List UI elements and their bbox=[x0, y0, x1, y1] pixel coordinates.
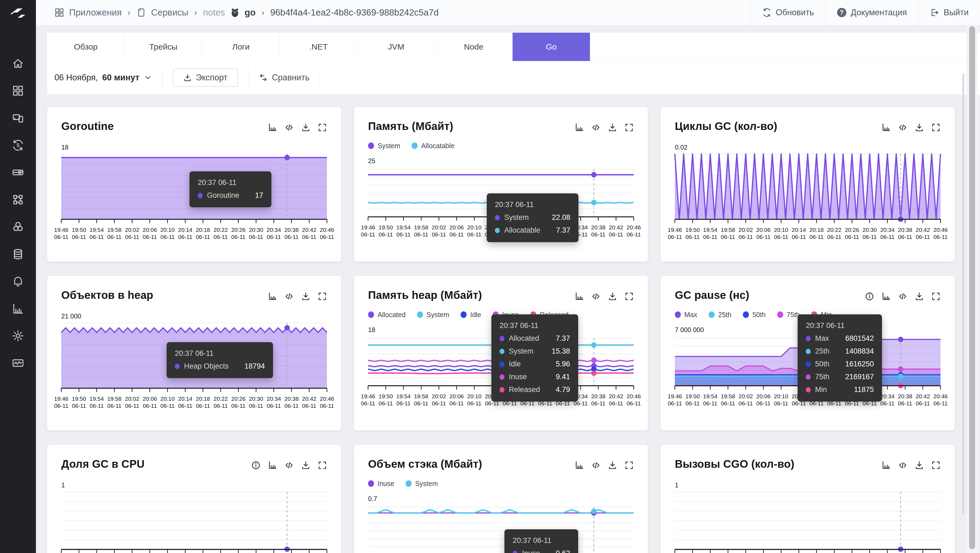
notifications-bell-icon[interactable] bbox=[12, 275, 24, 288]
breadcrumb-service-name[interactable]: notes bbox=[203, 7, 225, 18]
legend-dot-icon bbox=[675, 311, 681, 318]
tab-node[interactable]: Node bbox=[435, 33, 512, 61]
download-icon[interactable] bbox=[301, 123, 310, 132]
download-icon[interactable] bbox=[608, 292, 617, 301]
cluster-hexagons-icon[interactable] bbox=[12, 221, 24, 233]
chart-type-icon[interactable] bbox=[881, 461, 891, 470]
code-icon[interactable] bbox=[285, 292, 294, 301]
legend-item[interactable]: 25th bbox=[709, 311, 732, 319]
chart-type-icon[interactable] bbox=[575, 123, 584, 132]
home-icon[interactable] bbox=[12, 57, 24, 70]
download-icon[interactable] bbox=[608, 123, 617, 132]
svg-text:19:58: 19:58 bbox=[107, 227, 122, 233]
tab-dotnet[interactable]: .NET bbox=[280, 33, 358, 61]
legend-item[interactable]: Max bbox=[675, 311, 697, 319]
refresh-button[interactable]: Обновить bbox=[751, 0, 826, 25]
database-icon[interactable] bbox=[12, 248, 24, 260]
chart-plot[interactable]: 19:4606-1119:5006-1119:5406-1119:5806-11… bbox=[675, 492, 940, 550]
code-icon[interactable] bbox=[591, 461, 601, 470]
legend-item[interactable]: Inuse bbox=[368, 480, 394, 488]
legend-item[interactable]: Allocated bbox=[368, 311, 406, 319]
chart-type-icon[interactable] bbox=[268, 123, 277, 132]
chart-plot[interactable]: 19:4606-1119:5006-1119:5406-1119:5806-11… bbox=[675, 154, 940, 219]
code-icon[interactable] bbox=[285, 123, 294, 132]
settings-gear-icon[interactable] bbox=[12, 330, 24, 342]
legend-item[interactable]: Idle bbox=[461, 311, 481, 319]
scrollbar-thumb[interactable] bbox=[969, 26, 975, 549]
legend-item[interactable]: 75th bbox=[777, 311, 800, 319]
y-axis-label: 25 bbox=[368, 157, 634, 165]
code-icon[interactable] bbox=[591, 123, 601, 132]
download-icon[interactable] bbox=[301, 461, 310, 470]
tab-go[interactable]: Go bbox=[512, 33, 590, 61]
fullscreen-icon[interactable] bbox=[624, 292, 634, 301]
svg-text:06-11: 06-11 bbox=[668, 400, 682, 406]
services-grid-icon[interactable] bbox=[12, 193, 24, 206]
breadcrumb-services[interactable]: Сервисы bbox=[151, 7, 188, 18]
tab-logs[interactable]: Логи bbox=[202, 33, 280, 61]
chart-type-icon[interactable] bbox=[881, 123, 891, 132]
code-icon[interactable] bbox=[898, 123, 907, 132]
code-icon[interactable] bbox=[898, 292, 907, 301]
inner-scrollbar-thumb[interactable] bbox=[962, 73, 964, 515]
breadcrumb-runtime[interactable]: go bbox=[245, 7, 256, 18]
svg-text:06-11: 06-11 bbox=[774, 400, 788, 406]
tab-traces[interactable]: Трейсы bbox=[125, 33, 202, 61]
time-range-selector[interactable]: 06 Ноября, 60 минут bbox=[54, 73, 152, 83]
chart-type-icon[interactable] bbox=[268, 461, 277, 470]
documentation-button[interactable]: ? Документация bbox=[826, 0, 918, 25]
download-icon[interactable] bbox=[915, 123, 924, 132]
legend-item[interactable]: System bbox=[406, 480, 438, 488]
code-icon[interactable] bbox=[285, 461, 294, 470]
transactions-icon[interactable]: $ bbox=[12, 139, 24, 151]
legend-item[interactable]: 50th bbox=[743, 311, 766, 319]
fullscreen-icon[interactable] bbox=[931, 123, 940, 132]
chart-type-icon[interactable] bbox=[268, 292, 277, 301]
svg-text:19:58: 19:58 bbox=[414, 393, 428, 399]
svg-text:20:22: 20:22 bbox=[213, 395, 228, 402]
export-button[interactable]: Экспорт bbox=[173, 69, 238, 87]
fullscreen-icon[interactable] bbox=[318, 292, 327, 301]
tab-jvm[interactable]: JVM bbox=[358, 33, 435, 61]
legend-item[interactable]: Allocatable bbox=[412, 142, 454, 150]
code-icon[interactable] bbox=[898, 461, 907, 470]
server-icon[interactable] bbox=[12, 166, 24, 179]
info-icon[interactable] bbox=[865, 292, 874, 301]
fullscreen-icon[interactable] bbox=[931, 292, 940, 301]
svg-text:20:30: 20:30 bbox=[249, 227, 263, 233]
download-icon[interactable] bbox=[608, 461, 617, 470]
tooltip-row: 50th1616250 bbox=[806, 360, 874, 368]
chart-type-icon[interactable] bbox=[881, 292, 891, 301]
devices-icon[interactable] bbox=[12, 112, 24, 124]
monitor-activity-icon[interactable] bbox=[12, 357, 24, 370]
chart-plot[interactable]: 19:4606-1119:5006-1119:5406-1119:5806-11… bbox=[61, 492, 327, 550]
fullscreen-icon[interactable] bbox=[318, 461, 327, 470]
metrics-bars-icon[interactable] bbox=[12, 302, 24, 315]
fullscreen-icon[interactable] bbox=[624, 123, 634, 132]
legend-item[interactable]: System bbox=[368, 142, 400, 150]
code-icon[interactable] bbox=[591, 292, 601, 301]
fullscreen-icon[interactable] bbox=[624, 461, 634, 470]
logout-button[interactable]: Выйти bbox=[918, 0, 980, 25]
breadcrumb-instance-uuid[interactable]: 96b4f4a4-1ea2-4b8c-9369-988b242c5a7d bbox=[270, 7, 439, 18]
svg-text:06-11: 06-11 bbox=[863, 234, 877, 240]
download-icon[interactable] bbox=[301, 292, 310, 301]
compare-button[interactable]: Сравнить bbox=[259, 73, 310, 83]
download-icon[interactable] bbox=[915, 292, 924, 301]
chart-type-icon[interactable] bbox=[575, 292, 584, 301]
breadcrumb-applications[interactable]: Приложения bbox=[69, 7, 122, 18]
app-logo-icon[interactable] bbox=[8, 5, 27, 21]
info-icon[interactable] bbox=[251, 461, 261, 470]
fullscreen-icon[interactable] bbox=[931, 461, 940, 470]
chart-tools bbox=[268, 123, 327, 132]
legend-item[interactable]: System bbox=[417, 311, 449, 319]
apps-grid-icon[interactable] bbox=[12, 84, 24, 97]
download-icon[interactable] bbox=[915, 461, 924, 470]
chart-plot[interactable]: 19:4606-1119:5006-1119:5406-1119:5806-11… bbox=[368, 507, 634, 553]
svg-text:20:06: 20:06 bbox=[756, 393, 771, 399]
svg-text:06-11: 06-11 bbox=[756, 400, 770, 406]
tab-overview[interactable]: Обзор bbox=[47, 33, 125, 61]
chart-type-icon[interactable] bbox=[575, 461, 584, 470]
chart-canvas: 19:4606-1119:5006-1119:5406-1119:5806-11… bbox=[675, 154, 940, 241]
fullscreen-icon[interactable] bbox=[318, 123, 327, 132]
